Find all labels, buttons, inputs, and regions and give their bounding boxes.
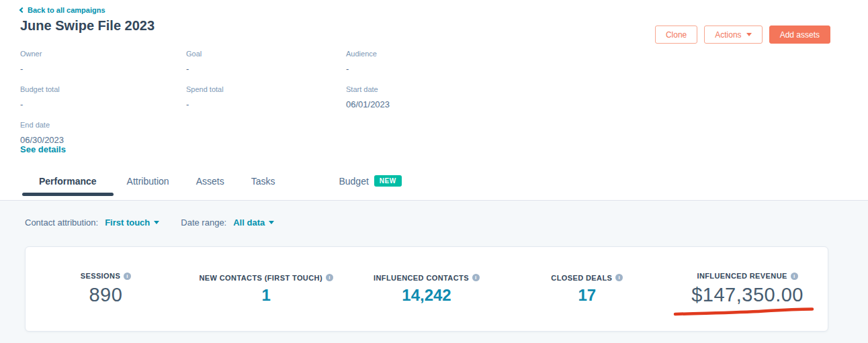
- filters-row: Contact attribution: First touch Date ra…: [25, 217, 274, 228]
- metric-influenced-contacts: INFLUENCED CONTACTS i 14,242: [347, 274, 507, 305]
- metric-label: SESSIONS: [81, 272, 120, 280]
- back-to-campaigns-link[interactable]: Back to all campaigns: [20, 6, 105, 14]
- info-icon[interactable]: i: [615, 274, 623, 281]
- field-value: -: [186, 64, 346, 74]
- field-audience: Audience -: [346, 50, 548, 74]
- metric-sessions: SESSIONS i 890: [26, 272, 186, 306]
- field-label: Audience: [346, 50, 548, 58]
- info-icon[interactable]: i: [791, 273, 798, 280]
- clone-button[interactable]: Clone: [655, 26, 697, 44]
- field-end-date: End date 06/30/2023: [20, 121, 186, 145]
- actions-dropdown-button[interactable]: Actions: [704, 26, 762, 44]
- date-range-dropdown[interactable]: All data: [233, 217, 274, 228]
- back-link-label: Back to all campaigns: [28, 6, 105, 14]
- contact-attribution-dropdown[interactable]: First touch: [105, 217, 159, 228]
- metric-value: 890: [26, 284, 186, 306]
- chevron-down-icon: [154, 221, 159, 224]
- details-column-1: Owner - Budget total - End date 06/30/20…: [20, 50, 186, 156]
- info-icon[interactable]: i: [124, 273, 131, 280]
- tab-assets[interactable]: Assets: [183, 173, 238, 196]
- header-action-buttons: Clone Actions Add assets: [655, 26, 830, 44]
- metric-label: NEW CONTACTS (FIRST TOUCH): [199, 274, 322, 282]
- info-icon[interactable]: i: [326, 274, 333, 281]
- chevron-down-icon: [746, 33, 752, 36]
- field-goal: Goal -: [186, 50, 346, 74]
- campaign-detail-page: Back to all campaigns June Swipe File 20…: [0, 0, 868, 343]
- field-value: -: [346, 64, 548, 74]
- field-budget-total: Budget total -: [20, 85, 186, 109]
- field-label: Start date: [346, 85, 548, 93]
- page-title: June Swipe File 2023: [20, 18, 155, 34]
- date-range-label: Date range:: [181, 217, 226, 228]
- tab-attribution[interactable]: Attribution: [114, 173, 183, 196]
- add-assets-button[interactable]: Add assets: [769, 26, 830, 44]
- see-details-link[interactable]: See details: [20, 144, 66, 154]
- field-value: -: [20, 99, 186, 109]
- tab-budget[interactable]: Budget NEW: [325, 173, 406, 196]
- tab-bar: Performance Attribution Assets Tasks Bud…: [22, 173, 407, 196]
- field-label: Budget total: [20, 85, 186, 93]
- tab-performance[interactable]: Performance: [22, 173, 114, 196]
- chevron-down-icon: [269, 221, 274, 224]
- campaign-details: Owner - Budget total - End date 06/30/20…: [20, 50, 548, 156]
- field-value: 06/01/2023: [346, 99, 548, 109]
- field-value: 06/30/2023: [20, 135, 186, 145]
- chevron-left-icon: [19, 7, 25, 13]
- field-value: -: [186, 99, 346, 109]
- metric-value: $147,350.00: [691, 284, 804, 305]
- field-start-date: Start date 06/01/2023: [346, 85, 548, 109]
- field-label: Owner: [20, 50, 186, 58]
- details-column-3: Audience - Start date 06/01/2023: [346, 50, 548, 156]
- field-value: -: [20, 64, 186, 74]
- metrics-summary-card: SESSIONS i 890 NEW CONTACTS (FIRST TOUCH…: [25, 246, 828, 332]
- metric-value-link[interactable]: 17: [507, 286, 667, 305]
- details-column-2: Goal - Spend total -: [186, 50, 346, 156]
- metric-label: INFLUENCED CONTACTS: [374, 274, 469, 282]
- metric-value-link[interactable]: 1: [186, 286, 347, 305]
- info-icon[interactable]: i: [472, 274, 480, 281]
- metric-influenced-revenue: INFLUENCED REVENUE i $147,350.00: [667, 272, 828, 306]
- field-owner: Owner -: [20, 50, 186, 74]
- metric-label: INFLUENCED REVENUE: [697, 272, 787, 280]
- tab-tasks[interactable]: Tasks: [238, 173, 289, 196]
- metric-label: CLOSED DEALS: [551, 274, 612, 282]
- metric-value-link[interactable]: 14,242: [347, 286, 507, 305]
- field-spend-total: Spend total -: [186, 85, 346, 109]
- metric-closed-deals: CLOSED DEALS i 17: [507, 274, 667, 305]
- red-underline-annotation: [672, 306, 815, 317]
- date-range-filter: Date range: All data: [181, 217, 274, 228]
- field-label: End date: [20, 121, 186, 129]
- new-badge: NEW: [374, 175, 402, 187]
- field-label: Spend total: [186, 85, 346, 93]
- metric-new-contacts: NEW CONTACTS (FIRST TOUCH) i 1: [186, 274, 347, 305]
- field-label: Goal: [186, 50, 346, 58]
- performance-panel: Contact attribution: First touch Date ra…: [0, 200, 868, 343]
- contact-attribution-label: Contact attribution:: [25, 217, 98, 228]
